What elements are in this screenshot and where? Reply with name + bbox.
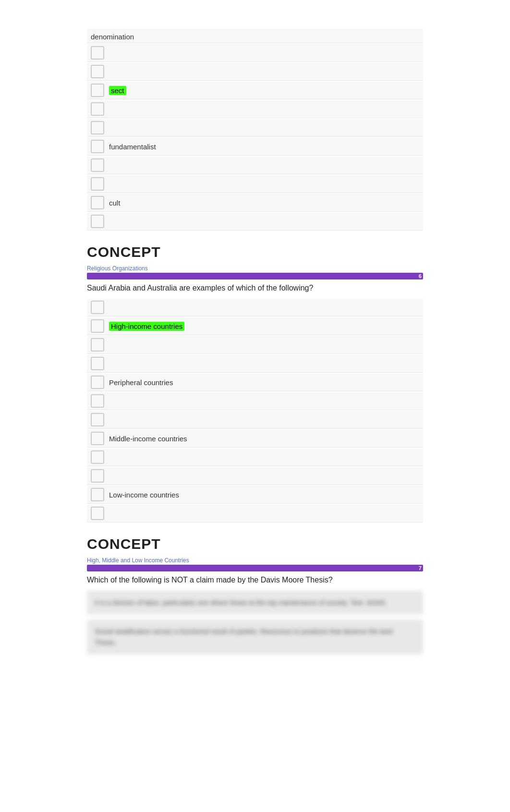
concept-title-1: CONCEPT [87,244,423,260]
list-item [87,100,423,118]
list-item-cult: cult [87,194,423,212]
answer-text-sect: sect [109,86,126,95]
list-item [87,299,423,316]
list-item [87,119,423,137]
radio-box[interactable] [91,507,104,520]
progress-bar-1: 6 [87,273,423,279]
radio-box[interactable] [91,301,104,314]
answer-text-cult: cult [109,199,120,207]
blurred-text-2: Social stratification serves a functiona… [95,626,415,648]
blurred-answer-2: Social stratification serves a functiona… [87,619,423,654]
question-header-1: Religious Organizations 6 [87,265,423,279]
list-item [87,157,423,174]
list-item [87,392,423,410]
list-item-fundamentalist: fundamentalist [87,138,423,156]
answer-text-peripheral: Peripheral countries [109,378,173,387]
radio-box[interactable] [91,102,104,116]
list-item-sect: sect [87,82,423,99]
page-container: denomination sect fundamentalist [73,0,437,702]
radio-box[interactable] [91,84,104,97]
answer-text-high-income: High-income countries [109,322,184,330]
radio-box[interactable] [91,469,104,483]
radio-box[interactable] [91,376,104,389]
list-item-middle-income: Middle-income countries [87,430,423,448]
radio-box[interactable] [91,121,104,134]
radio-box[interactable] [91,215,104,228]
radio-box[interactable] [91,413,104,426]
list-item [87,44,423,62]
list-item-low-income: Low-income countries [87,486,423,504]
question-header-2: High, Middle and Low Income Countries 7 [87,557,423,571]
question-text-1: Saudi Arabia and Australia are examples … [87,282,423,294]
blurred-text-1: It is a division of labor, particularly … [95,597,415,608]
question-link-1[interactable]: Religious Organizations [87,265,423,272]
concept-block-1: CONCEPT Religious Organizations 6 Saudi … [87,244,423,522]
list-item [87,175,423,193]
radio-box[interactable] [91,177,104,191]
list-item-peripheral: Peripheral countries [87,374,423,391]
radio-box[interactable] [91,65,104,78]
list-item [87,505,423,522]
list-item [87,411,423,429]
radio-box[interactable] [91,46,104,60]
radio-box[interactable] [91,158,104,172]
radio-box[interactable] [91,357,104,370]
progress-number-2: 7 [419,565,422,571]
radio-box[interactable] [91,450,104,464]
radio-box[interactable] [91,488,104,501]
list-item [87,63,423,81]
radio-box[interactable] [91,140,104,153]
sect-highlight: sect [109,86,126,95]
progress-number-1: 6 [419,273,422,279]
radio-box[interactable] [91,196,104,209]
list-item [87,448,423,466]
denomination-label: denomination [91,33,134,41]
answer-text-middle-income: Middle-income countries [109,435,187,443]
list-item [87,355,423,373]
radio-box[interactable] [91,432,104,445]
answer-text-fundamentalist: fundamentalist [109,143,156,151]
concept-block-2: CONCEPT High, Middle and Low Income Coun… [87,536,423,654]
list-item [87,213,423,230]
first-answer-list: denomination sect fundamentalist [87,29,423,230]
question-link-2[interactable]: High, Middle and Low Income Countries [87,557,423,564]
denomination-row: denomination [87,29,423,43]
radio-box[interactable] [91,394,104,408]
blurred-answer-1: It is a division of labor, particularly … [87,591,423,615]
radio-box[interactable] [91,338,104,351]
answer-text-low-income: Low-income countries [109,491,179,499]
concept-title-2: CONCEPT [87,536,423,552]
list-item [87,336,423,354]
list-item [87,467,423,485]
progress-bar-2: 7 [87,565,423,571]
list-item-high-income: High-income countries [87,317,423,335]
radio-box[interactable] [91,319,104,333]
question-text-2: Which of the following is NOT a claim ma… [87,574,423,586]
high-income-highlight: High-income countries [109,322,184,331]
